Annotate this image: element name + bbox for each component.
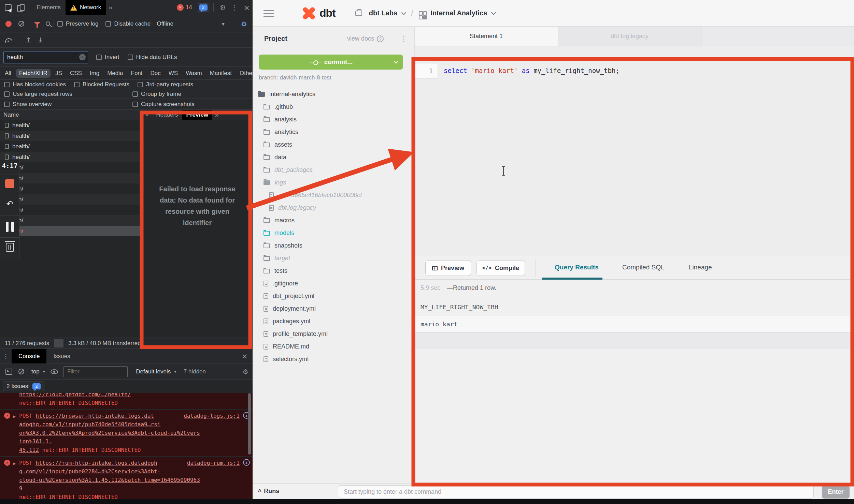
tab-headers[interactable]: Headers [152,110,182,120]
error-url-link[interactable]: adoghq.com/v1/input/pub740de5f405dcdaa9…… [19,421,160,428]
file-tree-item[interactable]: models [253,227,415,239]
close-detail-icon[interactable]: × [143,112,152,118]
live-expression-eye-icon[interactable] [51,369,58,374]
more-detail-tabs-icon[interactable]: » [212,111,222,119]
file-tree-item[interactable]: .gitignore [253,277,415,290]
type-filter[interactable]: CSS [67,69,85,78]
type-filter[interactable]: Media [104,69,126,78]
issues-summary-chip[interactable]: 2 Issues: 2 [3,382,44,391]
network-option-checkbox[interactable]: Group by frame [132,91,253,98]
file-tree-item[interactable]: README.md [253,340,415,353]
network-option-checkbox[interactable]: Has blocked cookies [4,81,66,88]
close-devtools-icon[interactable]: × [241,3,253,12]
runs-toggle[interactable]: ^ Runs [258,488,279,495]
network-option-checkbox[interactable]: Show overview [4,101,132,108]
type-filter[interactable]: Fetch/XHR [16,69,51,78]
filter-funnel-icon[interactable] [34,22,40,25]
tab-preview[interactable]: Preview [182,110,212,120]
dbt-logo[interactable]: dbt [301,5,336,21]
commit-dropdown-chevron-icon[interactable] [394,59,398,64]
network-filter-input[interactable] [3,51,88,63]
tab-console[interactable]: Console [12,349,46,364]
network-option-checkbox[interactable]: Blocked Requests [74,81,129,88]
type-filter[interactable]: Manifest [207,69,235,78]
info-icon[interactable]: i [243,459,250,466]
import-har-icon[interactable]: ↑ [26,37,31,43]
tab-dbt-log-legacy[interactable]: dbt.log.legacy [558,27,701,46]
request-row[interactable]: alth/ [0,183,142,194]
file-tree-item[interactable]: profile_template.yml [253,328,415,340]
preserve-log-checkbox[interactable]: Preserve log [57,20,98,27]
stop-recording-button[interactable] [5,179,14,188]
error-source-link[interactable]: datadog-logs.js:1 [184,412,240,420]
file-tree-item[interactable]: dbt_packages [253,164,415,176]
request-row[interactable]: health/ [0,152,142,162]
file-tree-item[interactable]: analytics [253,126,415,138]
device-toolbar-icon[interactable] [17,4,25,11]
file-tree-item[interactable]: .nf…3665c416bfecb1000000cf [253,189,415,202]
console-filter-input[interactable] [63,366,128,377]
tab-issues[interactable]: Issues [46,349,77,364]
record-icon[interactable] [5,21,12,27]
account-switcher[interactable]: dbt Labs [355,9,405,17]
error-count-badge[interactable]: ×14 [177,4,192,11]
error-url-link[interactable]: q.com/v1/input/pube02284…d%2Cservice%3Ad… [19,468,160,475]
clear-console-icon[interactable] [18,369,24,374]
hamburger-menu-icon[interactable] [264,10,274,17]
file-tree-item[interactable]: dbt.log.legacy [253,202,415,214]
file-tree-item[interactable]: selectors.yml [253,353,415,366]
file-tree-item[interactable]: deployment.yml [253,302,415,315]
throttling-dropdown[interactable]: Offline [157,20,173,27]
expand-triangle-icon[interactable]: ▶ [13,459,16,468]
request-row[interactable]: health/ [0,141,142,152]
disable-cache-checkbox[interactable]: Disable cache [105,20,151,27]
file-tree-item[interactable]: logs [253,176,415,189]
type-filter[interactable]: Wasm [183,69,205,78]
search-icon[interactable] [46,21,50,26]
compile-button[interactable]: </> Compile [476,260,525,276]
clear-filter-icon[interactable]: × [79,54,86,60]
error-url-link[interactable]: https://rum-http-intake.logs.datadogh [35,460,157,466]
file-tree-item[interactable]: assets [253,138,415,151]
network-option-checkbox[interactable]: 3rd-party requests [138,81,193,88]
request-row[interactable]: health/ [0,131,142,141]
log-levels-dropdown[interactable]: Default levels▾ [136,368,176,375]
inspect-element-icon[interactable] [5,4,12,11]
project-kebab-icon[interactable]: ⋮ [393,32,408,46]
view-docs-link[interactable]: view docs ? [347,35,384,42]
request-row[interactable]: alth/ [0,162,142,173]
console-sidebar-icon[interactable] [5,369,12,375]
error-url-link[interactable]: https://cloud.getdbt.com/…/health/ [19,393,131,398]
error-url-link[interactable]: on%3A3.0.2%2Cenv%3Aprod%2Cservice%3Adbt-… [19,430,200,445]
file-tree-item[interactable]: snapshots [253,239,415,252]
error-url-link[interactable]: 45.112 [19,447,39,453]
preview-button[interactable]: Preview [425,260,471,276]
clear-icon[interactable] [18,21,24,27]
console-kebab-icon[interactable]: ⋮ [0,353,12,360]
console-scrollbar-thumb[interactable] [248,393,251,455]
pause-recording-button[interactable] [6,222,14,232]
context-dropdown[interactable]: top▾ [31,368,45,375]
type-filter[interactable]: Font [128,69,146,78]
file-tree-item[interactable]: packages.yml [253,315,415,328]
tab-statement-1[interactable]: Statement 1 [415,27,558,46]
file-tree-item[interactable]: internal-analytics [253,88,415,101]
request-row[interactable]: alth/ [0,205,142,215]
file-tree-item[interactable]: tests [253,265,415,277]
type-filter[interactable]: WS [166,69,181,78]
network-option-checkbox[interactable]: Capture screenshots [132,101,253,108]
request-name-column-header[interactable]: Name [0,110,142,120]
project-switcher[interactable]: Internal Analytics [419,9,495,17]
enter-button[interactable]: Enter [822,485,850,499]
type-filter[interactable]: Img [87,69,102,78]
undo-icon[interactable]: ↶ [0,199,19,209]
export-har-icon[interactable]: ↓ [38,37,43,43]
request-row[interactable]: alth/ [0,194,142,205]
type-filter[interactable]: Doc [147,69,164,78]
code-editor[interactable]: 1 select 'mario kart' as my_life_right_n… [415,46,854,256]
expand-triangle-icon[interactable]: ▶ [13,412,16,421]
type-filter[interactable]: JS [52,69,65,78]
tab-query-results[interactable]: Query Results [555,264,599,271]
error-url-link[interactable]: https://browser-http-intake.logs.dat [35,413,154,419]
file-tree-item[interactable]: target [253,252,415,265]
